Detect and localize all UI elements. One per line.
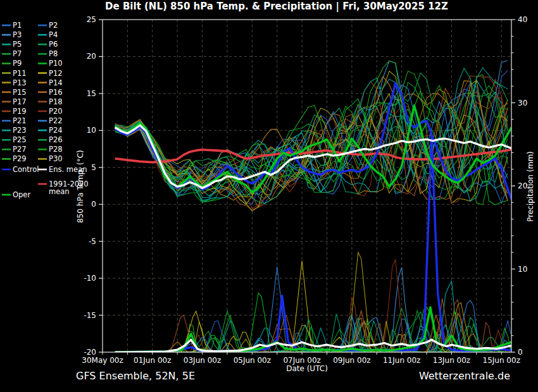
legend-P1-label: P1 <box>13 21 22 30</box>
temp-tick-label: 5 <box>91 163 96 172</box>
legend-P20-label: P20 <box>49 107 63 116</box>
precip-tick-label: 40 <box>518 15 527 24</box>
temp-axis-label: 850 hPa Temp. (°C) <box>76 150 85 223</box>
legend-P2-label: P2 <box>49 21 58 30</box>
legend-P23-label: P23 <box>13 126 27 135</box>
date-tick-label: 11Jun 00z <box>383 356 420 365</box>
legend-P30-label: P30 <box>49 154 63 163</box>
legend-P9-label: P9 <box>13 59 22 68</box>
temp-tick-label: 10 <box>87 126 96 135</box>
legend-oper-label: Oper <box>13 190 30 199</box>
legend-P27-label: P27 <box>13 145 27 154</box>
legend-P22-label: P22 <box>49 116 63 125</box>
legend-P5-label: P5 <box>13 40 22 49</box>
precip-tick-label: 10 <box>518 265 527 274</box>
legend-P10-label: P10 <box>49 59 63 68</box>
temp-tick-label: 0 <box>91 200 96 209</box>
legend-P18-label: P18 <box>49 97 63 106</box>
date-tick-label: 05Jun 00z <box>234 356 271 365</box>
footer-model-label: GFS Ensemble, 52N, 5E <box>76 370 195 382</box>
temp-tick-label: -5 <box>89 237 96 246</box>
legend-P24-label: P24 <box>49 126 63 135</box>
legend-P11-label: P11 <box>13 69 27 78</box>
legend-P3-label: P3 <box>13 30 22 39</box>
temp-tick-label: 25 <box>87 15 96 24</box>
date-tick-label: 01Jun 00z <box>134 356 171 365</box>
legend-P15-label: P15 <box>13 88 27 97</box>
temp-tick-label: 15 <box>87 89 96 98</box>
legend-P21-label: P21 <box>13 116 27 125</box>
legend-P16-label: P16 <box>49 88 63 97</box>
meteogram-page: De Bilt (NL) 850 hPa Temp. & Precipitati… <box>0 0 538 392</box>
legend-P17-label: P17 <box>13 97 27 106</box>
precip-axis-label: Precipitation (mm) <box>526 151 535 222</box>
chart-title: De Bilt (NL) 850 hPa Temp. & Precipitati… <box>105 1 448 13</box>
legend-P28-label: P28 <box>49 145 63 154</box>
date-tick-label: 09Jun 00z <box>333 356 370 365</box>
legend-P14-label: P14 <box>49 78 63 87</box>
date-tick-label: 30May 00z <box>82 356 123 365</box>
temp-tick-label: -20 <box>84 348 96 357</box>
date-tick-label: 13Jun 00z <box>433 356 470 365</box>
legend-P8-label: P8 <box>49 49 58 58</box>
temp-tick-label: -10 <box>84 274 96 283</box>
date-tick-label: 07Jun 00z <box>283 356 320 365</box>
precip-tick-label: 0 <box>518 348 523 357</box>
legend-P7-label: P7 <box>13 49 22 58</box>
date-tick-label: 03Jun 00z <box>184 356 221 365</box>
legend-P29-label: P29 <box>13 154 27 163</box>
legend-P4-label: P4 <box>49 30 58 39</box>
legend-P19-label: P19 <box>13 107 27 116</box>
temp-tick-label: -15 <box>84 311 96 320</box>
legend-P26-label: P26 <box>49 135 63 144</box>
ensemble-meteogram-chart: De Bilt (NL) 850 hPa Temp. & Precipitati… <box>0 0 538 392</box>
precip-tick-label: 30 <box>518 99 527 107</box>
legend-P6-label: P6 <box>49 40 58 49</box>
legend-control-label: Control <box>13 165 39 174</box>
date-tick-label: 15Jun 00z <box>483 356 520 365</box>
footer-site-label: Wetterzentrale.de <box>419 370 510 382</box>
legend-P25-label: P25 <box>13 135 27 144</box>
legend-P13-label: P13 <box>13 78 27 87</box>
date-axis-label: Date (UTC) <box>286 364 328 373</box>
series-lines <box>115 61 511 352</box>
legend-P12-label: P12 <box>49 69 63 78</box>
legend-climate-label-line2: mean <box>49 187 70 196</box>
temp-tick-label: 20 <box>87 52 96 61</box>
